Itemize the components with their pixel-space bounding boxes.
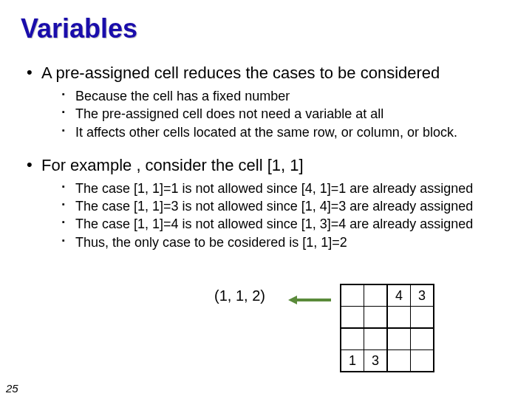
grid-cell	[341, 284, 364, 307]
grid-cell	[387, 350, 411, 372]
grid-cell: 3	[411, 284, 434, 307]
sub-bullet-item: It affects other cells located at the sa…	[62, 123, 511, 141]
grid-cell	[364, 284, 388, 307]
grid-cell	[411, 350, 434, 372]
sub-bullet-item: Because the cell has a fixed number	[62, 87, 511, 105]
sub-bullet-item: Thus, the only case to be cosidered is […	[62, 233, 511, 251]
grid-cell	[341, 307, 364, 329]
bullet-text: A pre-assigned cell reduces the cases to…	[41, 64, 440, 82]
page-number: 25	[6, 382, 18, 395]
bullet-list: A pre-assigned cell reduces the cases to…	[21, 64, 511, 251]
grid-cell: 1	[341, 350, 364, 372]
bullet-item: A pre-assigned cell reduces the cases to…	[27, 64, 511, 141]
grid-cell	[411, 328, 434, 350]
grid-cell	[364, 307, 388, 329]
tuple-label: (1, 1, 2)	[214, 287, 265, 304]
arrow-left-icon	[288, 294, 332, 306]
slide: Variables A pre-assigned cell reduces th…	[0, 0, 532, 399]
sub-bullet-item: The case [1, 1]=1 is not allowed since […	[62, 180, 511, 197]
bullet-item: For example , consider the cell [1, 1] T…	[27, 156, 511, 251]
sub-bullet-item: The case [1, 1]=3 is not allowed since […	[62, 197, 511, 215]
grid-cell	[387, 328, 411, 350]
sub-bullet-item: The pre-assigned cell does not need a va…	[62, 105, 511, 123]
sub-bullet-list: Because the cell has a fixed number The …	[41, 87, 511, 141]
grid-cell: 4	[387, 284, 411, 307]
grid-cell	[364, 328, 388, 350]
grid-cell	[341, 328, 364, 350]
svg-marker-1	[288, 296, 297, 304]
figure: (1, 1, 2) 4 3	[0, 284, 532, 372]
sudoku-grid: 4 3 1 3	[340, 284, 434, 372]
sub-bullet-item: The case [1, 1]=4 is not allowed since […	[62, 215, 511, 233]
slide-title: Variables	[21, 13, 511, 44]
sub-bullet-list: The case [1, 1]=1 is not allowed since […	[41, 180, 511, 251]
grid-cell	[411, 307, 434, 329]
grid-cell: 3	[364, 350, 388, 372]
grid-cell	[387, 307, 411, 329]
bullet-text: For example , consider the cell [1, 1]	[41, 156, 304, 174]
